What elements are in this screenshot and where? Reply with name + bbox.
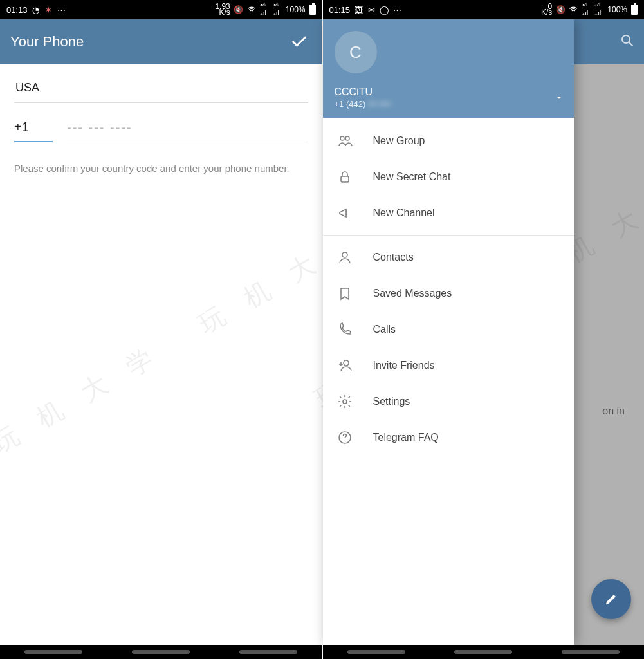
account-phone: +1 (442) ••• •••• [335,99,564,109]
drawer-menu: New GroupNew Secret ChatNew ChannelConta… [323,118,574,645]
menu-item-label: Telegram FAQ [373,432,439,443]
nav-recent[interactable] [347,650,405,654]
status-app-icon: ✉ [367,5,376,14]
svg-point-6 [343,400,347,404]
phone-icon [336,320,354,339]
signal-icon: ⁴ᴳ ₊ıl [260,5,269,14]
status-app-icon: ◔ [32,5,41,14]
check-icon [290,33,308,51]
drawer-header[interactable]: C CCCiTU +1 (442) ••• •••• [323,19,574,118]
hint-text: Please confirm your country code and ent… [14,162,308,176]
login-form: USA +1 --- --- ---- Please confirm your … [0,64,322,645]
lock-icon [336,168,354,186]
status-netspeed: 0 K/s [541,4,552,15]
watermark [0,64,322,645]
gear-icon [336,393,354,411]
phone-screen-2: 01:15 🖼 ✉ ◯ ⋯ 0 K/s 🔇 ⁴ᴳ ₊ıl ⁴ᴳ ₊ıl 100%… [322,0,645,659]
menu-item-telegram-faq[interactable]: Telegram FAQ [323,420,574,456]
country-code-input[interactable]: +1 [14,120,53,142]
country-select[interactable]: USA [14,81,308,103]
account-expand-toggle[interactable] [555,93,564,105]
menu-item-contacts[interactable]: Contacts [323,239,574,275]
svg-point-0 [622,35,630,43]
app-bar: Your Phone [0,19,322,64]
menu-item-new-secret-chat[interactable]: New Secret Chat [323,159,574,195]
android-nav-bar [0,645,322,659]
wifi-icon [247,5,256,14]
nav-drawer: C CCCiTU +1 (442) ••• •••• New GroupNew … [323,19,574,645]
battery-icon [631,5,638,15]
status-netspeed: 1.93 K/s [215,4,230,15]
nav-home[interactable] [132,650,190,654]
compose-fab[interactable] [591,579,631,619]
page-title: Your Phone [10,33,286,50]
phone-screen-1: 01:13 ◔ ✶ ⋯ 1.93 K/s 🔇 ⁴ᴳ ₊ıl ⁴ᴳ ₊ıl 100… [0,0,322,659]
menu-item-label: New Secret Chat [373,171,451,183]
status-app-icon: ✶ [44,5,53,14]
status-app-icon: ⋯ [57,5,66,14]
menu-item-label: Saved Messages [373,288,452,299]
menu-item-label: Invite Friends [373,360,435,371]
wifi-icon [569,5,578,14]
android-nav-bar [323,645,645,659]
nav-back[interactable] [239,650,297,654]
svg-rect-3 [341,176,349,182]
menu-item-saved-messages[interactable]: Saved Messages [323,275,574,311]
avatar: C [335,31,377,73]
svg-point-1 [340,136,344,140]
menu-item-settings[interactable]: Settings [323,384,574,420]
person-icon [336,248,354,266]
status-time: 01:15 [329,5,351,15]
status-battery-pct: 100% [607,5,627,14]
invite-icon [336,357,354,375]
menu-item-invite-friends[interactable]: Invite Friends [323,348,574,384]
status-bar: 01:15 🖼 ✉ ◯ ⋯ 0 K/s 🔇 ⁴ᴳ ₊ıl ⁴ᴳ ₊ıl 100% [323,0,645,19]
menu-divider [323,235,574,236]
svg-point-5 [344,360,349,366]
status-battery-pct: 100% [286,5,306,14]
nav-home[interactable] [454,650,512,654]
svg-point-4 [342,252,347,257]
help-icon [336,429,354,447]
menu-item-label: Contacts [373,252,414,263]
menu-item-label: Calls [373,324,396,335]
search-button[interactable] [620,33,635,51]
megaphone-icon [336,204,354,222]
status-app-icon: ⋯ [392,5,401,14]
signal-icon: ⁴ᴳ ₊ıl [273,5,282,14]
signal-icon: ⁴ᴳ ₊ıl [582,5,591,14]
status-time: 01:13 [6,5,28,15]
mute-icon: 🔇 [556,5,565,14]
nav-recent[interactable] [24,650,82,654]
bookmark-icon [336,284,354,302]
menu-item-label: Settings [373,396,410,407]
menu-item-new-channel[interactable]: New Channel [323,195,574,231]
battery-icon [309,5,316,15]
svg-point-2 [345,136,349,140]
account-name: CCCiTU [335,86,564,98]
phone-number-input[interactable]: --- --- ---- [67,120,308,142]
status-bar: 01:13 ◔ ✶ ⋯ 1.93 K/s 🔇 ⁴ᴳ ₊ıl ⁴ᴳ ₊ıl 100… [0,0,322,19]
signal-icon: ⁴ᴳ ₊ıl [594,5,603,14]
mute-icon: 🔇 [234,5,243,14]
nav-back[interactable] [562,650,620,654]
menu-item-new-group[interactable]: New Group [323,123,574,159]
status-app-icon: 🖼 [354,5,363,14]
menu-item-label: New Channel [373,207,435,219]
search-icon [620,33,635,48]
menu-item-calls[interactable]: Calls [323,311,574,348]
status-app-icon: ◯ [380,5,389,14]
pencil-icon [603,591,619,607]
group-icon [336,132,354,150]
menu-item-label: New Group [373,135,425,147]
confirm-button[interactable] [286,29,312,55]
chevron-down-icon [555,93,564,102]
